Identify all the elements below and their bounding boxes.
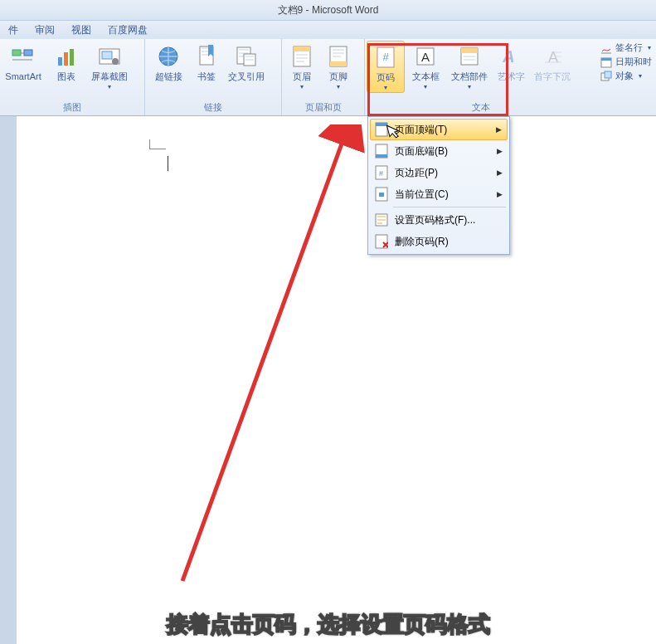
page-bottom-icon	[373, 143, 390, 159]
svg-rect-0	[12, 50, 21, 56]
tab-partial[interactable]: 件	[0, 21, 27, 40]
page-corner-marker	[149, 139, 166, 149]
group-illustrations: 插图	[2, 100, 143, 115]
page-margins-icon: #	[373, 164, 390, 181]
chevron-down-icon: ▾	[468, 83, 471, 91]
globe-icon	[155, 43, 182, 70]
submenu-arrow-icon: ▶	[496, 125, 502, 134]
svg-rect-31	[376, 154, 387, 158]
svg-rect-4	[70, 49, 74, 66]
format-icon	[373, 212, 390, 228]
textbox-icon: A	[412, 43, 439, 70]
svg-rect-13	[294, 46, 310, 51]
page-top-icon	[373, 121, 390, 138]
svg-rect-2	[58, 57, 62, 66]
svg-rect-27	[605, 71, 611, 78]
svg-text:#: #	[382, 51, 389, 63]
footer-button[interactable]: 页脚▾	[320, 41, 357, 91]
ruler-left	[0, 116, 17, 644]
menu-page-bottom[interactable]: 页面底端(B) ▶	[370, 140, 508, 162]
quickparts-icon	[456, 43, 483, 70]
pagenumber-button[interactable]: # 页码▾	[367, 41, 405, 93]
menu-remove-pagenumber[interactable]: 删除页码(R)	[370, 231, 508, 252]
bookmark-button[interactable]: 书签	[190, 41, 223, 82]
title-bar: 文档9 - Microsoft Word	[0, 0, 656, 21]
smartart-icon	[10, 43, 36, 70]
tab-review[interactable]: 审阅	[27, 21, 63, 40]
chart-button[interactable]: 图表	[45, 41, 88, 82]
submenu-arrow-icon: ▶	[497, 190, 503, 198]
submenu-arrow-icon: ▶	[497, 168, 503, 177]
ribbon: SmartArt 图表 屏幕截图▾ 插图 超链接 书签	[0, 39, 656, 116]
calendar-icon	[600, 56, 612, 68]
screenshot-icon	[96, 43, 123, 70]
current-pos-icon	[373, 186, 390, 202]
svg-rect-37	[376, 235, 387, 248]
hyperlink-button[interactable]: 超链接	[147, 41, 190, 82]
header-button[interactable]: 页眉▾	[284, 41, 320, 91]
svg-rect-29	[376, 123, 387, 126]
chevron-down-icon: ▾	[300, 83, 304, 91]
quickparts-button[interactable]: 文档部件▾	[446, 41, 493, 91]
menu-format-pagenumber[interactable]: 设置页码格式(F)...	[370, 209, 508, 231]
signature-icon	[600, 42, 612, 54]
menu-current-position[interactable]: 当前位置(C) ▶	[370, 183, 508, 205]
bookmark-icon	[193, 43, 220, 70]
menu-page-margins[interactable]: # 页边距(P) ▶	[370, 162, 508, 183]
header-icon	[289, 43, 315, 70]
side-commands: 签名行▾ 日期和时 对象▾	[597, 39, 655, 115]
wordart-button[interactable]: A 艺术字	[493, 41, 529, 82]
svg-point-7	[112, 58, 119, 65]
menu-tabs: 件 审阅 视图 百度网盘	[0, 21, 656, 39]
chart-icon	[53, 43, 80, 70]
svg-rect-1	[24, 50, 32, 56]
pagenumber-icon: #	[372, 44, 399, 71]
object-icon	[600, 71, 612, 82]
document-area	[0, 116, 656, 644]
chevron-down-icon: ▾	[384, 84, 387, 92]
window-title: 文档9 - Microsoft Word	[278, 3, 379, 17]
chevron-down-icon: ▾	[424, 83, 427, 91]
tab-baidu[interactable]: 百度网盘	[100, 21, 156, 40]
svg-text:A: A	[502, 47, 518, 66]
svg-rect-25	[601, 58, 611, 61]
svg-text:A: A	[421, 50, 430, 64]
remove-icon	[373, 233, 390, 250]
wordart-icon: A	[498, 43, 524, 70]
crossref-icon	[233, 43, 260, 70]
submenu-arrow-icon: ▶	[497, 147, 503, 155]
svg-rect-6	[102, 51, 112, 59]
screenshot-button[interactable]: 屏幕截图▾	[88, 41, 131, 91]
dropcap-button[interactable]: A 首字下沉	[529, 41, 576, 82]
svg-rect-15	[330, 61, 347, 66]
menu-page-top[interactable]: 页面顶端(T) ▶	[370, 119, 508, 140]
dropcap-icon: A	[539, 43, 566, 70]
object-button[interactable]: 对象▾	[600, 70, 652, 82]
signature-line-button[interactable]: 签名行▾	[600, 41, 652, 54]
pagenumber-dropdown: 页面顶端(T) ▶ 页面底端(B) ▶ # 页边距(P) ▶ 当前位置(C) ▶…	[367, 116, 510, 255]
footer-icon	[325, 43, 352, 70]
crossref-button[interactable]: 交叉引用	[223, 41, 270, 82]
smartart-button[interactable]: SmartArt	[2, 41, 45, 82]
page-canvas[interactable]	[17, 116, 656, 644]
tab-view[interactable]: 视图	[63, 21, 100, 40]
textbox-button[interactable]: A 文本框▾	[405, 41, 446, 91]
chevron-down-icon: ▾	[108, 83, 111, 91]
annotation-caption: 接着点击页码，选择设置页码格式	[0, 610, 656, 639]
menu-separator	[393, 207, 506, 207]
svg-text:#: #	[379, 169, 383, 178]
group-links: 链接	[147, 100, 279, 115]
chevron-down-icon: ▾	[337, 83, 340, 91]
svg-text:A: A	[548, 49, 558, 66]
svg-rect-3	[64, 52, 68, 66]
svg-rect-21	[461, 48, 478, 53]
group-text: 文本	[367, 100, 595, 115]
datetime-button[interactable]: 日期和时	[600, 56, 652, 68]
svg-rect-35	[379, 193, 384, 197]
text-cursor	[168, 156, 168, 171]
group-headerfooter: 页眉和页	[284, 100, 362, 115]
